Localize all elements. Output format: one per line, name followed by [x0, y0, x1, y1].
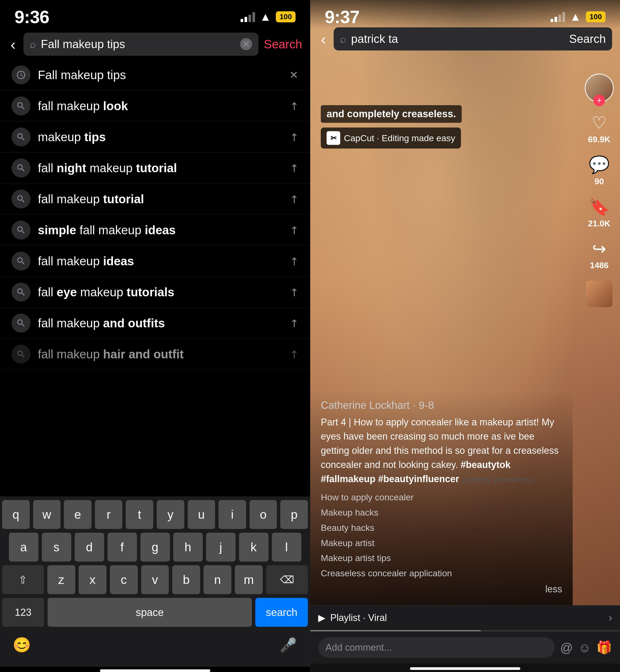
video-description: Part 4 | How to apply concealer like a m…	[321, 415, 562, 486]
right-search-bar: ‹ ⌕ patrick ta Search	[310, 24, 620, 54]
suggestion-text: simple fall makeup ideas	[38, 223, 290, 237]
key-l[interactable]: l	[272, 533, 301, 562]
key-r[interactable]: r	[95, 500, 122, 529]
key-t[interactable]: t	[126, 500, 153, 529]
wifi-icon: ▲	[570, 10, 581, 23]
key-o[interactable]: o	[250, 500, 277, 529]
suggestion-item[interactable]: fall makeup look ↗	[0, 91, 310, 121]
key-u[interactable]: u	[188, 500, 215, 529]
key-e[interactable]: e	[64, 500, 92, 529]
key-z[interactable]: z	[47, 565, 75, 594]
clear-button[interactable]: ✕	[240, 38, 252, 50]
key-f[interactable]: f	[108, 533, 137, 562]
gift-icon[interactable]: 🎁	[596, 640, 612, 655]
remove-icon[interactable]: ✕	[290, 69, 299, 81]
delete-key[interactable]: ⌫	[266, 565, 308, 594]
search-icon	[11, 97, 31, 115]
shift-key[interactable]: ⇧	[2, 565, 44, 594]
key-m[interactable]: m	[235, 565, 263, 594]
comment-input[interactable]: Add comment...	[318, 637, 555, 658]
key-c[interactable]: c	[110, 565, 138, 594]
follow-button[interactable]: +	[593, 95, 605, 106]
suggestion-text: fall night makeup tutorial	[38, 161, 290, 175]
playlist-text: Playlist · Viral	[330, 612, 604, 623]
save-button[interactable]: 🔖 21.0K	[588, 197, 610, 228]
search-button[interactable]: Search	[264, 37, 302, 51]
search-input[interactable]: Fall makeup tips	[41, 38, 240, 51]
suggestion-text: fall makeup hair and outfit	[38, 347, 290, 361]
key-i[interactable]: i	[218, 500, 246, 529]
emoji-key[interactable]: 😊	[10, 633, 34, 657]
key-v[interactable]: v	[141, 565, 169, 594]
search-key[interactable]: search	[255, 598, 308, 627]
creator-avatar[interactable]: +	[585, 73, 614, 103]
suggestion-item[interactable]: simple fall makeup ideas ↗	[0, 214, 310, 246]
keyboard-row-1: q w e r t y u i o p	[2, 500, 308, 529]
sound-avatar[interactable]	[586, 281, 612, 307]
key-g[interactable]: g	[141, 533, 170, 562]
suggestion-text: fall makeup look	[38, 99, 290, 113]
key-s[interactable]: s	[42, 533, 71, 562]
suggestion-item[interactable]: fall makeup and outfits ↗	[0, 308, 310, 339]
side-actions: + ♡ 69.9K 💬 90 🔖 21.0K ↪ 1486	[585, 73, 614, 307]
keyboard-row-3: ⇧ z x c v b n m ⌫	[2, 565, 308, 594]
subtitle-overlay: and completely creaseless. ✂ CapCut · Ed…	[321, 105, 573, 149]
left-status-icons: ▲ 100	[241, 10, 296, 23]
less-button[interactable]: less	[321, 584, 562, 595]
key-y[interactable]: y	[157, 500, 184, 529]
space-key[interactable]: space	[48, 598, 252, 627]
progress-bar	[310, 630, 620, 631]
comment-icon: 💬	[589, 155, 610, 174]
key-j[interactable]: j	[206, 533, 236, 562]
playlist-bar[interactable]: ▶ Playlist · Viral ›	[310, 605, 620, 630]
key-d[interactable]: d	[75, 533, 104, 562]
comment-count: 90	[595, 177, 604, 187]
suggestion-text: fall makeup ideas	[38, 254, 290, 268]
chevron-right-icon: ›	[609, 612, 612, 624]
home-indicator	[100, 669, 210, 672]
key-a[interactable]: a	[9, 533, 38, 562]
search-input-wrap[interactable]: ⌕ Fall makeup tips ✕	[23, 33, 258, 56]
suggestion-item[interactable]: fall night makeup tutorial ↗	[0, 153, 310, 184]
key-b[interactable]: b	[172, 565, 200, 594]
search-input-wrap[interactable]: ⌕ patrick ta Search	[334, 27, 612, 50]
save-count: 21.0K	[588, 219, 610, 228]
key-p[interactable]: p	[280, 500, 308, 529]
like-button[interactable]: ♡ 69.9K	[588, 113, 610, 144]
at-icon[interactable]: @	[560, 640, 573, 655]
left-status-bar: 9:36 ▲ 100	[0, 0, 310, 29]
numbers-key[interactable]: 123	[2, 598, 44, 627]
comment-button[interactable]: 💬 90	[589, 155, 610, 187]
video-tags: How to apply concealer Makeup hacks Beau…	[321, 490, 562, 581]
share-button[interactable]: ↪ 1486	[590, 239, 609, 270]
key-q[interactable]: q	[2, 500, 30, 529]
key-k[interactable]: k	[239, 533, 268, 562]
keyboard: q w e r t y u i o p a s d f g h j k l ⇧ …	[0, 497, 310, 667]
suggestion-item[interactable]: Fall makeup tips ✕	[0, 59, 310, 91]
history-icon	[11, 65, 31, 85]
wifi-icon: ▲	[260, 10, 271, 23]
suggestion-item[interactable]: makeup tips ↗	[0, 121, 310, 153]
key-w[interactable]: w	[33, 500, 61, 529]
back-button[interactable]: ‹	[8, 36, 18, 53]
suggestion-item[interactable]: fall eye makeup tutorials ↗	[0, 276, 310, 308]
key-x[interactable]: x	[79, 565, 106, 594]
share-icon: ↪	[592, 239, 606, 258]
suggestion-item[interactable]: fall makeup tutorial ↗	[0, 184, 310, 214]
emoji-icon[interactable]: ☺	[578, 640, 591, 655]
capcut-text: CapCut · Editing made easy	[344, 133, 455, 143]
video-container: and completely creaseless. ✂ CapCut · Ed…	[310, 0, 620, 605]
key-n[interactable]: n	[204, 565, 231, 594]
back-button[interactable]: ‹	[318, 30, 328, 48]
keyboard-row-4: 123 space search	[2, 598, 308, 627]
microphone-key[interactable]: 🎤	[276, 633, 300, 657]
left-time: 9:36	[14, 7, 49, 27]
key-h[interactable]: h	[173, 533, 203, 562]
suggestion-item[interactable]: fall makeup hair and outfit ↗	[0, 339, 310, 370]
suggestion-item[interactable]: fall makeup ideas ↗	[0, 246, 310, 276]
search-button[interactable]: Search	[569, 32, 606, 46]
left-search-bar: ‹ ⌕ Fall makeup tips ✕ Search	[0, 29, 310, 59]
search-input[interactable]: patrick ta	[351, 32, 569, 46]
heart-icon: ♡	[591, 113, 607, 133]
capcut-badge: ✂ CapCut · Editing made easy	[321, 127, 461, 149]
